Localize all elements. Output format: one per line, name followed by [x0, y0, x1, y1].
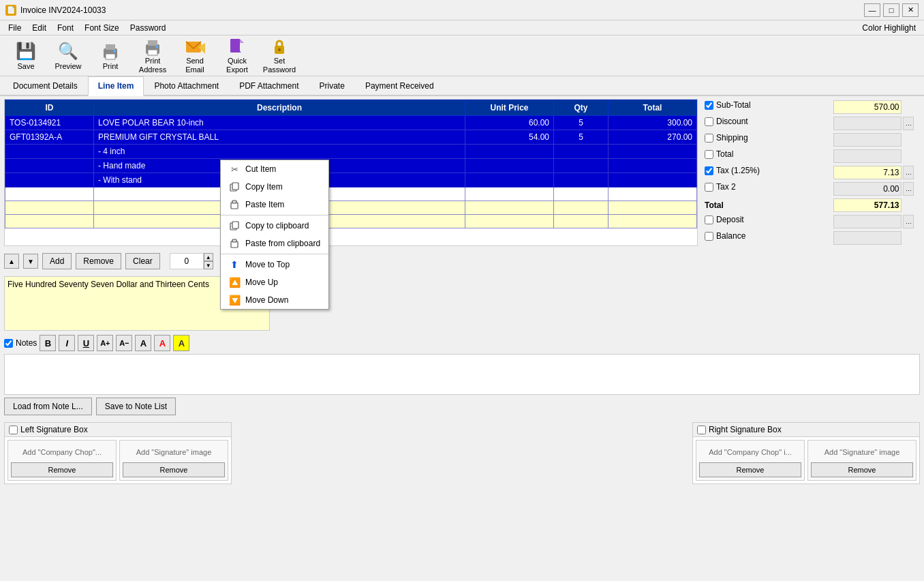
- load-from-note-button[interactable]: Load from Note L...: [4, 398, 92, 415]
- cell-id: [5, 188, 94, 201]
- col-total: Total: [609, 100, 697, 116]
- balance-input[interactable]: [833, 231, 902, 245]
- send-email-button[interactable]: Send Email: [174, 38, 215, 74]
- save-to-note-button[interactable]: Save to Note List: [96, 398, 176, 415]
- format-font-reset-button[interactable]: A: [135, 335, 151, 351]
- deposit-btn[interactable]: …: [903, 215, 914, 228]
- menu-font[interactable]: Font: [52, 22, 79, 34]
- save-button[interactable]: 💾 Save: [5, 38, 46, 74]
- menu-password[interactable]: Password: [125, 22, 172, 34]
- format-font-increase-button[interactable]: A+: [97, 335, 113, 351]
- ctx-cut-item[interactable]: ✂ Cut Item: [221, 160, 328, 178]
- left-chop-placeholder[interactable]: Add "Company Chop"...: [22, 443, 102, 461]
- tax2-btn[interactable]: …: [903, 182, 914, 196]
- table-row[interactable]: [5, 188, 697, 201]
- table-row[interactable]: - With stand: [5, 173, 697, 188]
- subtotal-input[interactable]: [833, 100, 902, 114]
- tax-input[interactable]: [833, 166, 902, 179]
- menu-font-size[interactable]: Font Size: [79, 22, 125, 34]
- maximize-button[interactable]: □: [883, 3, 899, 17]
- cell-price: [465, 159, 554, 173]
- shipping-checkbox[interactable]: [705, 134, 713, 143]
- format-highlight-button[interactable]: A: [173, 335, 189, 351]
- deposit-checkbox[interactable]: [705, 215, 713, 224]
- ctx-copy-clipboard[interactable]: Copy to clipboard: [221, 217, 328, 235]
- table-row[interactable]: - Hand made: [5, 159, 697, 173]
- left-sig-checkbox[interactable]: [9, 426, 18, 434]
- tax2-checkbox[interactable]: [705, 183, 713, 192]
- balance-checkbox[interactable]: [705, 232, 713, 241]
- tab-private[interactable]: Private: [309, 76, 355, 96]
- print-address-button[interactable]: Print Address: [132, 38, 173, 74]
- menu-edit[interactable]: Edit: [27, 22, 52, 34]
- ctx-move-up[interactable]: 🔼 Move Up: [221, 273, 328, 291]
- right-chop-placeholder[interactable]: Add "Company Chop" i...: [709, 443, 792, 461]
- ctx-move-down[interactable]: 🔽 Move Down: [221, 291, 328, 309]
- qty-up[interactable]: ▲: [204, 253, 213, 261]
- subtotal-row: Sub-Total: [702, 99, 920, 115]
- qty-down[interactable]: ▼: [204, 261, 213, 269]
- table-row[interactable]: [5, 201, 697, 215]
- cell-id: [5, 159, 94, 173]
- tab-line-item[interactable]: Line Item: [88, 76, 144, 96]
- ctx-paste-item[interactable]: Paste Item: [221, 196, 328, 213]
- discount-checkbox[interactable]: [705, 117, 713, 126]
- ctx-paste-clipboard[interactable]: Paste from clipboard: [221, 235, 328, 252]
- svg-rect-1: [106, 44, 115, 50]
- tab-pdf-attachment[interactable]: PDF Attachment: [229, 76, 309, 96]
- table-row[interactable]: - 4 inch: [5, 145, 697, 159]
- discount-input[interactable]: [833, 117, 902, 130]
- total-input[interactable]: [833, 149, 902, 163]
- grand-total-input[interactable]: [833, 198, 902, 212]
- right-sig-placeholder[interactable]: Add "Signature" image: [825, 443, 900, 461]
- table-row[interactable]: GFT01392A-A PREMIUM GIFT CRYSTAL BALL 54…: [5, 130, 697, 145]
- nav-up-button[interactable]: ▲: [4, 254, 19, 269]
- cell-total: [609, 188, 697, 201]
- notes-textarea[interactable]: [4, 354, 920, 395]
- notes-checkbox-label[interactable]: Notes: [4, 338, 37, 348]
- notes-checkbox[interactable]: [4, 339, 13, 348]
- discount-btn[interactable]: …: [903, 117, 914, 130]
- format-italic-button[interactable]: I: [59, 335, 75, 351]
- ctx-copy-item[interactable]: Copy Item: [221, 178, 328, 196]
- clear-button[interactable]: Clear: [125, 253, 160, 269]
- format-red-button[interactable]: A: [154, 335, 170, 351]
- right-chop-remove-button[interactable]: Remove: [699, 462, 801, 477]
- menu-file[interactable]: File: [3, 22, 27, 34]
- subtotal-checkbox[interactable]: [705, 101, 713, 110]
- svg-rect-13: [235, 44, 239, 50]
- left-sig-placeholder[interactable]: Add "Signature" image: [136, 443, 212, 461]
- print-button[interactable]: Print: [90, 38, 131, 74]
- tab-payment-received[interactable]: Payment Received: [355, 76, 444, 96]
- right-sig-remove-button[interactable]: Remove: [811, 462, 913, 477]
- ctx-move-top[interactable]: ⬆ Move to Top: [221, 256, 328, 273]
- quick-export-button[interactable]: Quick Export: [217, 38, 258, 74]
- table-row[interactable]: [5, 215, 697, 228]
- right-sig-checkbox[interactable]: [697, 426, 706, 434]
- total-checkbox[interactable]: [705, 150, 713, 159]
- tax-btn[interactable]: …: [903, 166, 914, 179]
- tax-checkbox[interactable]: [705, 166, 713, 175]
- set-password-button[interactable]: Set Password: [259, 38, 300, 74]
- format-underline-button[interactable]: U: [78, 335, 94, 351]
- add-button[interactable]: Add: [42, 253, 72, 269]
- deposit-input[interactable]: [833, 215, 902, 228]
- left-chop-remove-button[interactable]: Remove: [11, 462, 113, 477]
- color-highlight-label: Color Highlight: [862, 23, 921, 33]
- remove-button[interactable]: Remove: [76, 253, 121, 269]
- minimize-button[interactable]: —: [864, 3, 880, 17]
- set-password-label: Set Password: [261, 57, 298, 73]
- ctx-move-top-label: Move to Top: [245, 260, 290, 269]
- tax2-input[interactable]: [833, 182, 902, 196]
- format-font-decrease-button[interactable]: A−: [116, 335, 132, 351]
- tab-photo-attachment[interactable]: Photo Attachment: [144, 76, 229, 96]
- tab-document-details[interactable]: Document Details: [3, 76, 88, 96]
- nav-down-button[interactable]: ▼: [23, 254, 38, 269]
- left-sig-remove-button[interactable]: Remove: [123, 462, 225, 477]
- format-bold-button[interactable]: B: [40, 335, 56, 351]
- table-row[interactable]: TOS-0134921 LOVE POLAR BEAR 10-inch 60.0…: [5, 116, 697, 130]
- close-button[interactable]: ✕: [902, 3, 919, 17]
- qty-input[interactable]: [170, 253, 204, 269]
- preview-button[interactable]: 🔍 Preview: [48, 38, 89, 74]
- shipping-input[interactable]: [833, 133, 902, 147]
